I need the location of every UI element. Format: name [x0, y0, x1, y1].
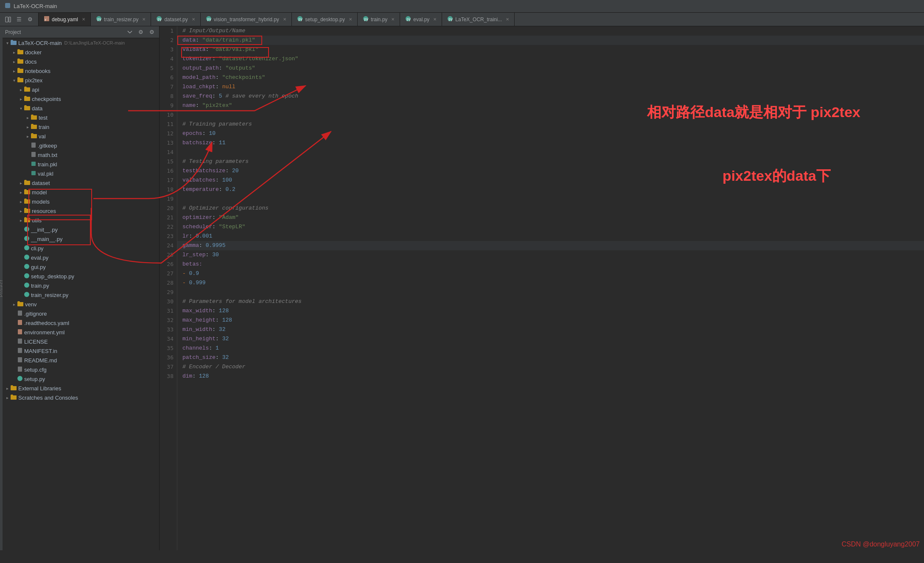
- tab-close-train[interactable]: ✕: [391, 17, 395, 22]
- code-line-38[interactable]: dim: 128: [177, 372, 924, 381]
- project-icon[interactable]: [3, 15, 13, 24]
- tree-item-root[interactable]: ▾ LaTeX-OCR-main D:\LanJing\LaTeX-OCR-ma…: [3, 38, 159, 48]
- code-line-1[interactable]: # Input/Output/Name: [177, 26, 924, 36]
- tree-item-val[interactable]: ▸ val: [3, 132, 159, 141]
- code-line-34[interactable]: min_height: 32: [177, 334, 924, 344]
- code-line-6[interactable]: model_path: "checkpoints": [177, 73, 924, 82]
- tree-item-readme[interactable]: README.md: [3, 356, 159, 365]
- code-line-2[interactable]: data: "data/train.pkl": [177, 36, 924, 45]
- tab-train[interactable]: pytrain.py✕: [358, 13, 400, 26]
- tree-item-cli_py[interactable]: cli.py: [3, 244, 159, 253]
- tree-item-gui_py[interactable]: gui.py: [3, 262, 159, 272]
- tree-item-data[interactable]: ▾ data: [3, 104, 159, 113]
- tab-train_resizer[interactable]: pytrain_resizer.py✕: [91, 13, 151, 26]
- code-line-30[interactable]: # Parameters for model architectures: [177, 297, 924, 306]
- tree-item-models[interactable]: ▸ models: [3, 197, 159, 206]
- code-line-4[interactable]: tokenizer: "dataset/tokenizer.json": [177, 54, 924, 64]
- code-line-18[interactable]: temperature: 0.2: [177, 185, 924, 194]
- tree-item-model[interactable]: ▸ model: [3, 188, 159, 197]
- tree-item-resources[interactable]: ▸ resources: [3, 206, 159, 216]
- tab-close-train_resizer[interactable]: ✕: [142, 17, 146, 22]
- tree-item-train_pkl[interactable]: train.pkl: [3, 160, 159, 169]
- code-line-16[interactable]: testbatchsize: 20: [177, 166, 924, 176]
- tree-item-scratches[interactable]: ▸ Scratches and Consoles: [3, 393, 159, 402]
- code-line-7[interactable]: load_chkpt: null: [177, 82, 924, 92]
- gear-btn[interactable]: ⚙: [147, 28, 157, 37]
- code-line-17[interactable]: valbatches: 100: [177, 176, 924, 185]
- tree-item-manifest[interactable]: MANIFEST.in: [3, 346, 159, 356]
- tree-item-train_py[interactable]: train.py: [3, 281, 159, 290]
- tree-item-checkpoints[interactable]: ▸ checkpoints: [3, 94, 159, 104]
- code-line-36[interactable]: patch_size: 32: [177, 353, 924, 362]
- tab-close-debug[interactable]: ✕: [82, 17, 85, 22]
- tree-item-gitkeep[interactable]: .gitkeep: [3, 141, 159, 150]
- layout-icon[interactable]: ☰: [14, 15, 24, 24]
- code-line-14[interactable]: [177, 148, 924, 157]
- code-line-25[interactable]: lr_step: 30: [177, 250, 924, 260]
- tab-setup_desktop[interactable]: pysetup_desktop.py✕: [292, 13, 358, 26]
- project-tree[interactable]: ▾ LaTeX-OCR-main D:\LanJing\LaTeX-OCR-ma…: [3, 38, 159, 550]
- settings-tree-btn[interactable]: ⚙: [136, 28, 146, 37]
- tab-close-eval[interactable]: ✕: [433, 17, 437, 22]
- tree-item-license[interactable]: LICENSE: [3, 337, 159, 346]
- tree-item-environment[interactable]: environment.yml: [3, 328, 159, 337]
- tree-item-train_dir[interactable]: ▸ train: [3, 122, 159, 132]
- tree-item-api[interactable]: ▸ api: [3, 85, 159, 94]
- tree-item-readthedocs[interactable]: .readthedocs.yaml: [3, 318, 159, 328]
- code-line-23[interactable]: lr: 0.001: [177, 232, 924, 241]
- code-line-10[interactable]: [177, 110, 924, 120]
- tree-item-docker[interactable]: ▸ docker: [3, 48, 159, 57]
- tree-item-setup_desktop_py[interactable]: setup_desktop.py: [3, 272, 159, 281]
- code-line-31[interactable]: max_width: 128: [177, 306, 924, 316]
- tab-dataset[interactable]: pydataset.py✕: [151, 13, 200, 26]
- code-line-33[interactable]: min_width: 32: [177, 325, 924, 334]
- code-line-19[interactable]: [177, 194, 924, 204]
- tree-item-math_txt[interactable]: math.txt: [3, 150, 159, 160]
- code-line-3[interactable]: valdata: "data/val.pkl": [177, 45, 924, 54]
- code-line-5[interactable]: output_path: "outputs": [177, 64, 924, 73]
- settings-icon[interactable]: ⚙: [25, 15, 35, 24]
- code-line-24[interactable]: gamma: 0.9995: [177, 241, 924, 250]
- code-line-32[interactable]: max_height: 128: [177, 316, 924, 325]
- tab-close-setup_desktop[interactable]: ✕: [349, 17, 352, 22]
- tab-vision_transformer[interactable]: pyvision_transformer_hybrid.py✕: [201, 13, 292, 26]
- tab-close-latex_ocr_training[interactable]: ✕: [506, 17, 509, 22]
- tree-item-docs[interactable]: ▸ docs: [3, 57, 159, 66]
- tab-close-vision_transformer[interactable]: ✕: [283, 17, 286, 22]
- tree-item-train_resizer_py[interactable]: train_resizer.py: [3, 290, 159, 300]
- tree-item-gitignore[interactable]: .gitignore: [3, 309, 159, 318]
- code-line-11[interactable]: # Training parameters: [177, 120, 924, 129]
- code-line-8[interactable]: save_freq: 5 # save every nth epoch: [177, 92, 924, 101]
- code-line-29[interactable]: [177, 288, 924, 297]
- tree-item-ext_lib[interactable]: ▸ External Libraries: [3, 384, 159, 393]
- code-line-37[interactable]: # Encoder / Decoder: [177, 362, 924, 372]
- code-line-28[interactable]: - 0.999: [177, 278, 924, 288]
- tree-item-val_pkl[interactable]: val.pkl: [3, 169, 159, 178]
- tab-latex_ocr_training[interactable]: pyLaTeX_OCR_traini...✕: [442, 13, 515, 26]
- tab-debug[interactable]: ydebug.yaml✕: [39, 13, 91, 26]
- collapse-all-btn[interactable]: [125, 28, 134, 37]
- tree-item-main_py[interactable]: __main__.py: [3, 234, 159, 244]
- tree-item-setup_cfg[interactable]: setup.cfg: [3, 365, 159, 374]
- code-line-35[interactable]: channels: 1: [177, 344, 924, 353]
- tab-close-dataset[interactable]: ✕: [192, 17, 195, 22]
- code-line-20[interactable]: # Optimizer configurations: [177, 204, 924, 213]
- code-line-22[interactable]: scheduler: "StepLR": [177, 222, 924, 232]
- code-line-15[interactable]: # Testing parameters: [177, 157, 924, 166]
- tree-item-test[interactable]: ▸ test: [3, 113, 159, 122]
- tree-item-venv[interactable]: ▸ venv: [3, 300, 159, 309]
- tab-eval[interactable]: pyeval.py✕: [400, 13, 442, 26]
- code-content[interactable]: # Input/Output/Namedata: "data/train.pkl…: [177, 26, 924, 550]
- tree-item-dataset_dir[interactable]: ▸ dataset: [3, 178, 159, 188]
- code-line-27[interactable]: - 0.9: [177, 269, 924, 278]
- tree-item-utils[interactable]: ▸ utils: [3, 216, 159, 225]
- code-line-26[interactable]: betas:: [177, 260, 924, 269]
- tree-item-eval_py[interactable]: eval.py: [3, 253, 159, 262]
- tree-item-init_py[interactable]: __init__.py: [3, 225, 159, 234]
- tree-item-setup_py[interactable]: setup.py: [3, 374, 159, 384]
- code-line-21[interactable]: optimizer: "Adam": [177, 213, 924, 222]
- tree-item-pix2tex[interactable]: ▾ pix2tex: [3, 76, 159, 85]
- code-line-12[interactable]: epochs: 10: [177, 129, 924, 138]
- code-line-13[interactable]: batchsize: 11: [177, 138, 924, 148]
- code-line-9[interactable]: name: "pix2tex": [177, 101, 924, 110]
